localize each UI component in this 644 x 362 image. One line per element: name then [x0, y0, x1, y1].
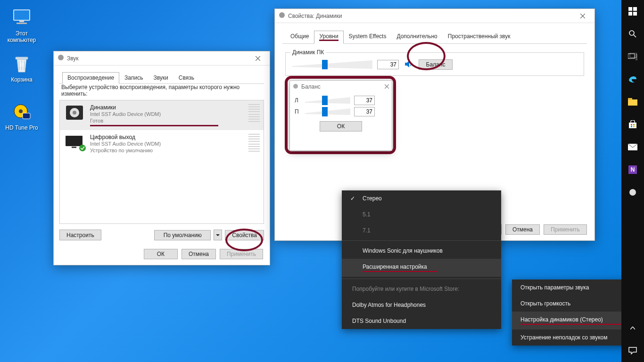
- left-value[interactable]: [354, 96, 375, 105]
- device-row-digital[interactable]: Цифровой выход Intel SST Audio Device (W…: [60, 130, 264, 157]
- tab-advanced[interactable]: Дополнительно: [391, 31, 442, 43]
- device-status: Готов: [90, 117, 246, 124]
- svg-rect-32: [633, 124, 635, 125]
- svg-rect-27: [636, 54, 637, 60]
- cancel-button[interactable]: Отмена: [505, 224, 540, 235]
- speaker-level-group: Динамик ПК Баланс: [285, 52, 584, 76]
- svg-point-14: [79, 145, 86, 151]
- dialog-title: Баланс: [301, 83, 321, 90]
- close-button[interactable]: [572, 9, 594, 23]
- store-icon[interactable]: [621, 113, 644, 136]
- svg-marker-18: [305, 97, 350, 104]
- desktop-icon-hdtunepro[interactable]: HD Tune Pro: [3, 101, 41, 131]
- search-icon[interactable]: [621, 23, 644, 45]
- level-meter: [248, 134, 260, 152]
- device-driver: Intel SST Audio Device (WDM): [90, 111, 246, 117]
- device-name: Динамики: [90, 104, 246, 111]
- svg-rect-13: [72, 147, 76, 148]
- menu-item-windows-sonic[interactable]: Windows Sonic для наушников: [342, 243, 501, 259]
- tab-recording[interactable]: Запись: [119, 72, 148, 83]
- edge-icon[interactable]: [621, 68, 644, 90]
- mail-icon[interactable]: [621, 136, 644, 158]
- menu-item-advanced-setup[interactable]: Расширенная настройка: [342, 259, 501, 277]
- svg-rect-22: [628, 12, 632, 16]
- volume-tray-icon[interactable]: [621, 181, 644, 204]
- tab-playback[interactable]: Воспроизведение: [62, 72, 119, 84]
- left-slider[interactable]: [305, 96, 350, 105]
- menu-store-hint: Попробуйте или купите в Microsoft Store:: [342, 281, 501, 297]
- svg-rect-7: [23, 113, 30, 119]
- task-view-icon[interactable]: [621, 45, 644, 68]
- close-button[interactable]: [385, 83, 389, 90]
- ok-button[interactable]: ОК: [320, 121, 362, 132]
- menu-item-71[interactable]: 7.1: [342, 222, 501, 239]
- hint-text: Выберите устройство воспроизведения, пар…: [61, 84, 262, 97]
- right-value[interactable]: [354, 107, 375, 116]
- start-button[interactable]: [621, 0, 644, 23]
- level-value[interactable]: [377, 60, 399, 69]
- svg-point-17: [293, 84, 298, 89]
- svg-rect-31: [631, 124, 632, 125]
- right-label: П: [295, 108, 301, 115]
- tab-general[interactable]: Общие: [285, 31, 314, 43]
- menu-item-dts[interactable]: DTS Sound Unbound: [342, 313, 501, 329]
- speaker-icon: [58, 54, 64, 62]
- left-label: Л: [295, 97, 301, 104]
- window-title: Свойства: Динамики: [288, 13, 342, 19]
- close-button[interactable]: [247, 52, 269, 65]
- level-slider[interactable]: [292, 60, 372, 69]
- svg-point-8: [58, 55, 64, 60]
- svg-point-15: [279, 12, 285, 18]
- action-center-icon[interactable]: [621, 339, 644, 362]
- right-slider[interactable]: [305, 107, 350, 116]
- taskbar: N: [621, 0, 644, 362]
- apply-button[interactable]: Применить: [220, 249, 263, 259]
- device-row-speakers[interactable]: Динамики Intel SST Audio Device (WDM) Го…: [60, 100, 264, 130]
- show-hidden-icons[interactable]: [621, 317, 644, 339]
- menu-item-stereo[interactable]: Стерео: [342, 190, 501, 206]
- desktop-icon-this-pc[interactable]: Этот компьютер: [3, 7, 41, 43]
- this-pc-icon: [10, 7, 33, 29]
- svg-rect-29: [628, 98, 632, 100]
- svg-text:N: N: [631, 166, 635, 173]
- ok-button[interactable]: ОК: [144, 249, 178, 259]
- window-title: Звук: [67, 55, 79, 62]
- svg-rect-33: [631, 126, 632, 127]
- svg-rect-20: [628, 7, 632, 11]
- properties-button[interactable]: Свойства: [225, 230, 264, 240]
- device-list: Динамики Intel SST Audio Device (WDM) Го…: [59, 100, 264, 224]
- recycle-bin-icon: [10, 53, 33, 75]
- svg-point-11: [73, 111, 76, 115]
- balance-button[interactable]: Баланс: [419, 59, 453, 70]
- tab-spatial[interactable]: Пространственный звук: [443, 31, 516, 43]
- onenote-icon[interactable]: N: [621, 158, 644, 181]
- hdtune-icon: [10, 101, 33, 123]
- file-explorer-icon[interactable]: [621, 90, 644, 113]
- tab-communications[interactable]: Связь: [173, 72, 199, 83]
- cancel-button[interactable]: Отмена: [182, 249, 216, 259]
- menu-item-dolby[interactable]: Dolby Atmos for Headphones: [342, 297, 501, 313]
- configure-button[interactable]: Настроить: [59, 230, 101, 240]
- mute-icon[interactable]: [404, 60, 414, 69]
- set-default-dropdown[interactable]: [214, 230, 222, 240]
- tab-system-effects[interactable]: System Effects: [344, 31, 392, 43]
- svg-point-24: [629, 31, 634, 35]
- level-meter: [248, 104, 260, 122]
- svg-rect-2: [17, 23, 27, 24]
- svg-rect-3: [16, 57, 28, 59]
- device-name: Цифровой выход: [90, 134, 246, 140]
- desktop-icon-recycle-bin[interactable]: Корзина: [3, 53, 41, 83]
- device-status: Устройство по умолчанию: [90, 147, 246, 154]
- tab-levels[interactable]: Уровни: [314, 31, 343, 44]
- svg-point-6: [19, 109, 23, 113]
- svg-rect-34: [633, 126, 635, 127]
- menu-item-51[interactable]: 5.1: [342, 206, 501, 222]
- svg-rect-23: [633, 12, 637, 16]
- device-driver: Intel SST Audio Device (WDM): [90, 140, 246, 147]
- balance-dialog: Баланс Л П ОК: [289, 80, 392, 151]
- speaker-icon: [293, 83, 298, 90]
- set-default-button[interactable]: По умолчанию: [154, 230, 211, 240]
- apply-button[interactable]: Применить: [544, 224, 587, 235]
- tab-sounds[interactable]: Звуки: [148, 72, 173, 83]
- svg-rect-28: [628, 99, 637, 106]
